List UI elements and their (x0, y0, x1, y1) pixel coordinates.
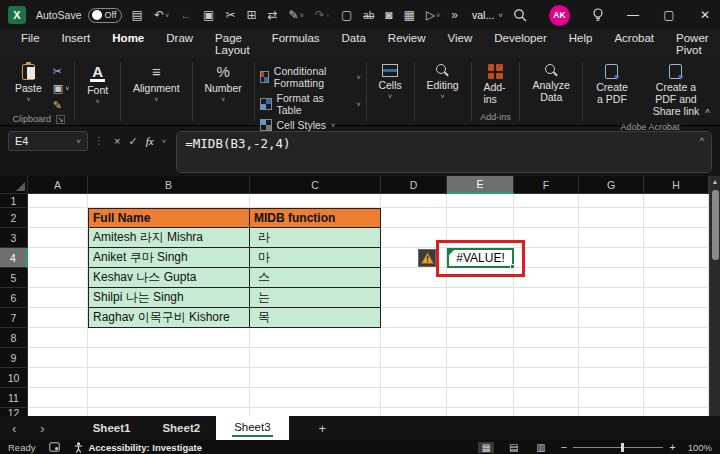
grid-cell[interactable] (381, 194, 447, 208)
scrollbar-thumb[interactable] (712, 190, 719, 260)
grid-cell[interactable] (579, 228, 644, 248)
redo-icon[interactable]: ↷˅ (315, 8, 330, 22)
accessibility-status[interactable]: Accessibility: Investigate (74, 442, 202, 453)
grid-cell[interactable] (28, 194, 88, 208)
error-warning-button[interactable] (418, 249, 436, 267)
table-data-cell[interactable]: Raghav 이목구비 Kishore (88, 308, 250, 328)
cell-styles-button[interactable]: Cell Styles ˅ (260, 119, 361, 131)
grid-cell[interactable] (250, 368, 381, 388)
grid-cell[interactable] (447, 388, 514, 408)
paste-button[interactable]: Paste ˅ (8, 61, 49, 106)
grid-cell[interactable] (28, 228, 88, 248)
cancel-formula-button[interactable]: × (114, 135, 120, 147)
grid-cell[interactable] (579, 368, 644, 388)
alignment-menu-button[interactable]: ≡ Alignment ˅ (126, 61, 187, 106)
table-data-cell[interactable]: Shilpi 나는 Singh (88, 288, 250, 308)
add-sheet-button[interactable]: + (319, 421, 327, 436)
grid-cell[interactable] (28, 348, 88, 368)
zoom-slider[interactable]: − + (561, 441, 676, 453)
grid-cell[interactable] (250, 328, 381, 348)
paste-picture-icon[interactable]: ⊞ (246, 8, 256, 22)
grid-cell[interactable] (514, 208, 579, 228)
grid-cell[interactable] (579, 388, 644, 408)
sheet-tab-sheet1[interactable]: Sheet1 (77, 416, 147, 440)
grid-cell[interactable] (644, 288, 709, 308)
table-header-cell[interactable]: Full Name (88, 208, 250, 228)
grid-cell[interactable] (28, 368, 88, 388)
new-file-icon[interactable]: ▢ (341, 8, 352, 22)
select-all-corner[interactable] (0, 176, 28, 194)
grid-cell[interactable] (644, 228, 709, 248)
grid-cell[interactable] (28, 268, 88, 288)
sheet-tab-sheet2[interactable]: Sheet2 (146, 416, 216, 440)
grid-cell[interactable] (88, 194, 250, 208)
zoom-out-icon[interactable]: − (561, 441, 567, 453)
row-header-8[interactable]: 8 (0, 328, 28, 348)
ribbon-tab-help[interactable]: Help (558, 27, 604, 61)
grid-cell[interactable] (447, 308, 514, 328)
enter-formula-button[interactable]: ✓ (128, 135, 137, 148)
grid-cell[interactable] (381, 408, 447, 416)
row-header-1[interactable]: 1 (0, 194, 28, 208)
grid-cell[interactable] (579, 348, 644, 368)
grid-cell[interactable] (447, 194, 514, 208)
ribbon-tab-file[interactable]: File (10, 27, 51, 61)
column-header-d[interactable]: D (381, 176, 447, 194)
maximize-button[interactable]: ▢ (662, 8, 676, 22)
analyze-data-button[interactable]: Analyze Data (525, 61, 577, 106)
format-as-table-button[interactable]: Format as Table ˅ (260, 92, 361, 116)
grid-cell[interactable] (88, 348, 250, 368)
autosave-toggle[interactable]: Off (88, 8, 122, 23)
grid-cell[interactable] (28, 248, 88, 268)
column-header-e[interactable]: E (447, 176, 514, 194)
grid-cell[interactable] (644, 308, 709, 328)
previous-sheet-icon[interactable]: ‹ (0, 416, 28, 440)
close-button[interactable]: ✕ (698, 8, 712, 22)
ribbon-tab-power-pivot[interactable]: Power Pivot (665, 27, 720, 61)
name-box[interactable]: E4 ˅ (8, 131, 88, 151)
grid-cell[interactable] (381, 308, 447, 328)
cut-button[interactable]: ✂ (53, 65, 70, 78)
grid-cell[interactable] (579, 288, 644, 308)
format-painter-button[interactable]: ✎ (53, 99, 70, 112)
row-header-6[interactable]: 6 (0, 288, 28, 308)
create-pdf-button[interactable]: Create a PDF (588, 61, 636, 108)
row-header-11[interactable]: 11 (0, 388, 28, 408)
grid-cell[interactable] (514, 348, 579, 368)
grid-cell[interactable] (28, 208, 88, 228)
ribbon-tab-formulas[interactable]: Formulas (261, 27, 331, 61)
grid-cell[interactable] (579, 194, 644, 208)
page-layout-view-icon[interactable]: ▤ (506, 442, 521, 453)
row-header-12[interactable]: 12 (0, 408, 28, 416)
ribbon-tab-draw[interactable]: Draw (155, 27, 204, 61)
table-header-cell[interactable]: MIDB function (250, 208, 381, 228)
row-header-3[interactable]: 3 (0, 228, 28, 248)
grid-cell[interactable] (514, 408, 579, 416)
editing-menu-button[interactable]: Editing ˅ (420, 61, 466, 103)
grid-cell[interactable] (579, 268, 644, 288)
grid-cell[interactable] (28, 308, 88, 328)
grid-cell[interactable] (644, 408, 709, 416)
export-icon[interactable]: ▷˅ (426, 8, 440, 22)
column-header-g[interactable]: G (579, 176, 644, 194)
addins-button[interactable]: Add-ins (476, 61, 514, 108)
zoom-slider-thumb[interactable] (621, 443, 624, 452)
lightbulb-icon[interactable] (592, 8, 604, 22)
column-header-h[interactable]: H (644, 176, 709, 194)
document-title-dropdown[interactable]: val... ˅ (472, 9, 503, 21)
table-data-cell[interactable]: Aniket 쿠마 Singh (88, 248, 250, 268)
collapse-ribbon-icon[interactable]: ^ (705, 108, 710, 119)
zoom-in-icon[interactable]: + (669, 441, 675, 453)
grid-cell[interactable] (644, 368, 709, 388)
ribbon-tab-data[interactable]: Data (331, 27, 377, 61)
switch-windows-icon[interactable]: ⇄ (268, 8, 278, 22)
copy-icon[interactable]: ▣ (203, 8, 214, 22)
grid-cell[interactable] (644, 248, 709, 268)
grid-cell[interactable] (381, 368, 447, 388)
row-header-5[interactable]: 5 (0, 268, 28, 288)
collapse-formula-bar-icon[interactable]: ^ (700, 136, 704, 146)
grid-cell[interactable] (447, 208, 514, 228)
avatar[interactable]: AK (549, 5, 570, 26)
grid-cell[interactable] (579, 328, 644, 348)
table-data-cell[interactable]: 라 (250, 228, 381, 248)
